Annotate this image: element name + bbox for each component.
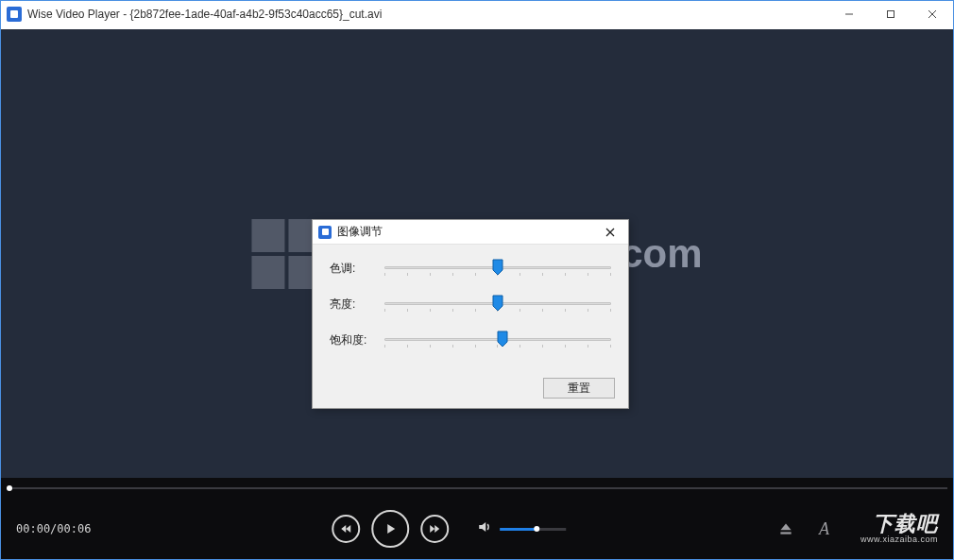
image-adjust-dialog: 图像调节 色调: 亮度: [312, 219, 629, 409]
brightness-label: 亮度: [330, 297, 375, 313]
close-button[interactable] [911, 1, 953, 27]
saturation-slider-row: 饱和度: [330, 331, 611, 348]
eject-button[interactable] [777, 520, 794, 537]
reset-button[interactable]: 重置 [543, 378, 615, 399]
volume-area [477, 519, 566, 538]
right-controls: A 下载吧 www.xiazaiba.com [777, 514, 938, 544]
transport-controls [332, 510, 566, 548]
dialog-body: 色调: 亮度: [313, 245, 628, 378]
hue-slider-row: 色调: [330, 260, 611, 277]
svg-rect-6 [780, 532, 791, 534]
progress-handle[interactable] [7, 485, 12, 491]
minimize-button[interactable] [828, 1, 870, 27]
time-display: 00:00/00:06 [16, 522, 91, 535]
dialog-titlebar[interactable]: 图像调节 [313, 220, 628, 245]
rewind-button[interactable] [332, 515, 360, 543]
dialog-footer: 重置 [313, 378, 628, 408]
volume-fill [500, 528, 537, 531]
dialog-close-button[interactable] [596, 222, 624, 243]
play-button[interactable] [371, 510, 409, 548]
brand-watermark: 下载吧 www.xiazaiba.com [860, 514, 938, 544]
hue-slider[interactable] [384, 260, 611, 277]
volume-knob[interactable] [534, 526, 539, 532]
saturation-slider-thumb [497, 331, 508, 348]
dialog-app-icon [318, 226, 332, 239]
saturation-label: 饱和度: [330, 332, 375, 348]
app-window: Wise Video Player - {2b872fee-1ade-40af-… [0, 0, 954, 560]
forward-button[interactable] [420, 515, 449, 543]
volume-slider[interactable] [500, 528, 566, 531]
saturation-slider[interactable] [384, 331, 611, 348]
hue-slider-thumb [492, 259, 503, 276]
progress-bar-area [1, 478, 953, 499]
brightness-slider-thumb [492, 295, 503, 312]
app-icon [7, 7, 22, 22]
brightness-slider-row: 亮度: [330, 296, 611, 313]
brand-cn: 下载吧 [873, 514, 938, 535]
player-controls: 00:00/00:06 [1, 478, 953, 559]
titlebar: Wise Video Player - {2b872fee-1ade-40af-… [1, 1, 953, 27]
brightness-slider[interactable] [384, 296, 611, 313]
svg-rect-1 [888, 11, 894, 18]
maximize-button[interactable] [870, 1, 911, 27]
video-area[interactable]: N com 图像调节 色调: [1, 29, 953, 478]
hue-label: 色调: [330, 261, 375, 277]
brand-url: www.xiazaiba.com [860, 535, 938, 544]
progress-bar[interactable] [7, 487, 947, 489]
subtitle-button[interactable]: A [819, 520, 836, 537]
window-title: Wise Video Player - {2b872fee-1ade-40af-… [27, 8, 382, 21]
volume-icon[interactable] [477, 519, 492, 538]
dialog-title: 图像调节 [337, 224, 383, 240]
